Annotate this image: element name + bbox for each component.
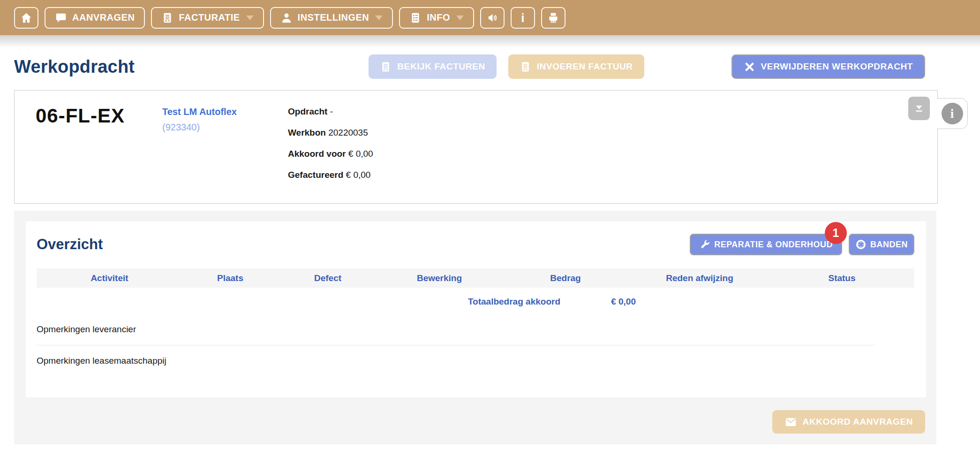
column-header-bewerking: Bewerking	[377, 273, 501, 283]
opdracht-value: -	[330, 107, 333, 116]
bekijk-facturen-label: BEKIJK FACTUREN	[397, 61, 485, 72]
remarks-lease-company: Opmerkingen leasemaatschappij	[37, 345, 875, 376]
banden-label: BANDEN	[870, 240, 908, 250]
invoice-icon	[520, 61, 531, 73]
werkbon-line: Werkbon 20220035	[288, 128, 373, 138]
total-label: Totaalbedrag akkoord	[37, 297, 560, 307]
column-header-plaats: Plaats	[182, 273, 278, 283]
company-column: Test LM Autoflex (923340)	[162, 105, 288, 203]
vehicle-card: 06-FL-EX Test LM Autoflex (923340) Opdra…	[14, 90, 938, 204]
akkoord-voor-line: Akkoord voor € 0,00	[288, 149, 373, 159]
overview-title: Overzicht	[37, 236, 103, 253]
reparatie-onderhoud-button[interactable]: REPARATIE & ONDERHOUD 1	[690, 234, 842, 255]
info-circle-icon[interactable]: i	[942, 103, 963, 124]
opdracht-label: Opdracht	[288, 107, 327, 116]
overview-table: Activiteit Plaats Defect Bewerking Bedra…	[37, 268, 914, 314]
table-header-row: Activiteit Plaats Defect Bewerking Bedra…	[37, 268, 914, 288]
gefactureerd-label: Gefactureerd	[288, 170, 343, 180]
home-button[interactable]	[14, 7, 38, 29]
invoeren-factuur-label: INVOEREN FACTUUR	[537, 61, 633, 72]
status-badge: 1	[825, 222, 847, 244]
top-navigation-bar: AANVRAGEN FACTURATIE INSTELLINGEN INFO i	[0, 0, 980, 35]
aanvragen-label: AANVRAGEN	[72, 12, 135, 23]
column-header-bedrag: Bedrag	[501, 273, 630, 283]
speaker-icon	[486, 12, 498, 24]
page-title: Werkopdracht	[14, 57, 135, 77]
help-button[interactable]: i	[511, 7, 535, 29]
order-details: Opdracht - Werkbon 20220035 Akkoord voor…	[288, 105, 373, 203]
home-icon	[20, 12, 32, 24]
facturatie-button[interactable]: FACTURATIE	[151, 7, 264, 29]
akkoord-aanvragen-button[interactable]: AKKOORD AANVRAGEN	[772, 410, 925, 434]
akkoord-voor-label: Akkoord voor	[288, 149, 346, 159]
reparatie-onderhoud-label: REPARATIE & ONDERHOUD	[714, 240, 833, 250]
envelope-icon	[784, 416, 797, 428]
overview-header: Overzicht REPARATIE & ONDERHOUD 1 BANDEN	[37, 234, 914, 255]
collapse-card-button[interactable]	[908, 97, 930, 120]
info-icon: i	[521, 12, 525, 24]
instellingen-button[interactable]: INSTELLINGEN	[270, 7, 393, 29]
gefactureerd-line: Gefactureerd € 0,00	[288, 170, 373, 180]
total-row: Totaalbedrag akkoord € 0,00	[37, 290, 914, 314]
list-icon	[409, 12, 422, 24]
company-link[interactable]: Test LM Autoflex	[162, 107, 288, 117]
akkoord-aanvragen-label: AKKOORD AANVRAGEN	[803, 417, 913, 427]
akkoord-voor-value: € 0,00	[348, 149, 373, 159]
column-header-status: Status	[769, 273, 914, 283]
aanvragen-button[interactable]: AANVRAGEN	[45, 7, 145, 29]
company-number: (923340)	[162, 122, 288, 133]
overview-section: Overzicht REPARATIE & ONDERHOUD 1 BANDEN…	[14, 211, 936, 444]
overview-card: Overzicht REPARATIE & ONDERHOUD 1 BANDEN…	[26, 221, 926, 397]
remarks-supplier: Opmerkingen leverancier	[37, 314, 875, 345]
verwijderen-werkopdracht-button[interactable]: VERWIJDEREN WERKOPDRACHT	[731, 54, 925, 79]
opdracht-line: Opdracht -	[288, 107, 373, 117]
card-side-flap: i	[937, 98, 968, 129]
printer-icon	[547, 12, 559, 24]
gefactureerd-value: € 0,00	[346, 170, 371, 180]
close-icon	[744, 61, 755, 73]
banden-button[interactable]: BANDEN	[849, 234, 914, 255]
werkbon-label: Werkbon	[288, 128, 326, 137]
info-menu-button[interactable]: INFO	[399, 7, 474, 29]
page-header: Werkopdracht BEKIJK FACTUREN INVOEREN FA…	[0, 48, 980, 79]
instellingen-label: INSTELLINGEN	[298, 12, 369, 23]
invoice-icon	[380, 61, 392, 73]
tire-icon	[855, 239, 867, 250]
sound-button[interactable]	[480, 7, 505, 29]
chevron-down-icon	[375, 15, 383, 20]
invoice-icon	[161, 12, 173, 24]
license-plate: 06-FL-EX	[36, 105, 162, 203]
facturatie-label: FACTURATIE	[179, 12, 240, 23]
invoeren-factuur-button[interactable]: INVOEREN FACTUUR	[508, 54, 644, 79]
column-header-defect: Defect	[278, 273, 377, 283]
collapse-icon	[913, 102, 925, 114]
chevron-down-icon	[456, 15, 464, 20]
column-header-activiteit: Activiteit	[37, 273, 182, 283]
topbar-shadow	[0, 35, 980, 48]
column-header-reden-afwijzing: Reden afwijzing	[630, 273, 769, 283]
bekijk-facturen-button[interactable]: BEKIJK FACTUREN	[369, 54, 496, 79]
total-value: € 0,00	[560, 297, 636, 307]
user-icon	[280, 12, 293, 24]
wrench-icon	[699, 239, 710, 250]
print-button[interactable]	[541, 7, 565, 29]
verwijderen-werkopdracht-label: VERWIJDEREN WERKOPDRACHT	[761, 61, 913, 72]
comment-icon	[55, 12, 67, 24]
chevron-down-icon	[246, 15, 254, 20]
werkbon-value: 20220035	[328, 128, 368, 137]
info-menu-label: INFO	[427, 12, 450, 23]
